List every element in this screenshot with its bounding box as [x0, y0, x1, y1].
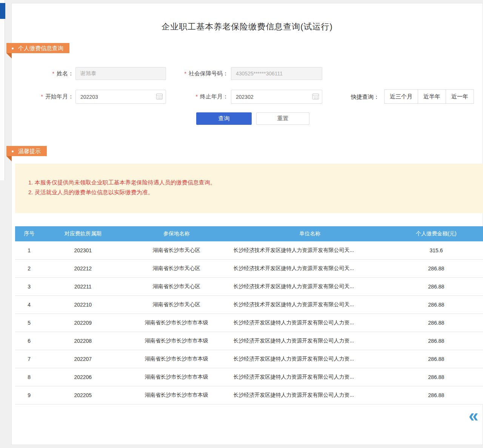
required-asterisk: *: [196, 94, 198, 100]
cell-period: 202211: [43, 278, 123, 296]
page-title: 企业职工基本养老保险缴费信息查询(试运行): [11, 21, 483, 32]
query-button[interactable]: 查询: [196, 112, 252, 125]
ssn-label-text: 社会保障号码：: [189, 70, 228, 77]
cell-period: 202207: [43, 350, 123, 368]
bullet-icon: [12, 48, 14, 49]
cell-index: 2: [15, 259, 43, 278]
cell-area: 湖南省长沙市天心区: [123, 259, 230, 278]
cell-area: 湖南省长沙市长沙市市本级: [123, 368, 230, 386]
header-index: 序号: [15, 226, 43, 241]
end-date-input[interactable]: [231, 90, 322, 104]
table-row: 7 202207 湖南省长沙市长沙市市本级 长沙经济开发区捷特人力资源开发有限公…: [15, 350, 483, 368]
header-company: 单位名称: [230, 226, 389, 241]
cell-amount: 286.88: [389, 368, 483, 386]
notice-box: 1. 本服务仅提供尚未领取企业职工基本养老保险待遇人员的缴费信息查询。 2. 灵…: [15, 164, 483, 213]
cell-index: 7: [15, 350, 43, 368]
cell-amount: 286.88: [389, 314, 483, 332]
payment-table: 序号 对应费款所属期 参保地名称 单位名称 个人缴费金额(元) 1 202301…: [15, 226, 483, 405]
sidebar-accent-block: [0, 3, 5, 19]
required-asterisk: *: [41, 94, 43, 100]
header-amount: 个人缴费金额(元): [389, 226, 483, 241]
table-row: 8 202206 湖南省长沙市长沙市市本级 长沙经济开发区捷特人力资源开发有限公…: [15, 368, 483, 386]
calendar-icon[interactable]: [156, 94, 163, 100]
table-header-row: 序号 对应费款所属期 参保地名称 单位名称 个人缴费金额(元): [15, 226, 483, 241]
required-asterisk: *: [185, 71, 186, 77]
cell-area: 湖南省长沙市天心区: [123, 296, 230, 314]
table-row: 2 202212 湖南省长沙市天心区 长沙经济技术开发区捷特人力资源开发有限公司…: [15, 259, 483, 278]
section-label-personal-query: 个人缴费信息查询: [18, 45, 63, 51]
cell-company: 长沙经济技术开发区捷特人力资源开发有限公司天...: [230, 241, 389, 259]
start-date-label-text: 开始年月：: [45, 93, 74, 100]
table-row: 4 202210 湖南省长沙市天心区 长沙经济技术开发区捷特人力资源开发有限公司…: [15, 296, 483, 314]
cell-area: 湖南省长沙市长沙市市本级: [123, 350, 230, 368]
cell-amount: 286.88: [389, 259, 483, 278]
start-date-label: *开始年月：: [32, 90, 74, 103]
start-date-input[interactable]: [75, 90, 166, 104]
calendar-icon[interactable]: [312, 94, 319, 100]
quick-one-year-button[interactable]: 近一年: [446, 89, 474, 104]
name-label: *姓名：: [36, 67, 74, 80]
cell-index: 1: [15, 241, 43, 259]
table-row: 3 202211 湖南省长沙市天心区 长沙经济技术开发区捷特人力资源开发有限公司…: [15, 278, 483, 296]
table-row: 1 202301 湖南省长沙市天心区 长沙经济技术开发区捷特人力资源开发有限公司…: [15, 241, 483, 259]
header-area: 参保地名称: [123, 226, 230, 241]
table-row: 5 202209 湖南省长沙市长沙市市本级 长沙经济开发区捷特人力资源开发有限公…: [15, 314, 483, 332]
start-date-field: [75, 90, 166, 104]
end-date-label: *终止年月：: [170, 90, 228, 103]
cell-amount: 286.88: [389, 386, 483, 404]
cell-company: 长沙经济技术开发区捷特人力资源开发有限公司天...: [230, 278, 389, 296]
cell-amount: 286.88: [389, 278, 483, 296]
cell-company: 长沙经济技术开发区捷特人力资源开发有限公司天...: [230, 259, 389, 278]
cell-period: 202212: [43, 259, 123, 278]
table-row: 6 202208 湖南省长沙市长沙市市本级 长沙经济开发区捷特人力资源开发有限公…: [15, 332, 483, 350]
ssn-input[interactable]: [231, 67, 322, 80]
cell-company: 长沙经济开发区捷特人力资源开发有限公司人力资...: [230, 332, 389, 350]
page: 企业职工基本养老保险缴费信息查询(试运行) 个人缴费信息查询 *姓名： *社会保…: [0, 0, 483, 448]
end-date-label-text: 终止年月：: [200, 93, 228, 100]
cell-index: 3: [15, 278, 43, 296]
reset-button[interactable]: 重置: [256, 112, 309, 125]
cell-index: 4: [15, 296, 43, 314]
cell-amount: 315.6: [389, 241, 483, 259]
cell-amount: 286.88: [389, 350, 483, 368]
quick-half-year-button[interactable]: 近半年: [418, 89, 446, 104]
end-date-field: [231, 90, 322, 104]
cell-amount: 286.88: [389, 332, 483, 350]
cell-company: 长沙经济开发区捷特人力资源开发有限公司人力资...: [230, 314, 389, 332]
cell-area: 湖南省长沙市天心区: [123, 241, 230, 259]
collapsed-sidebar: [0, 0, 5, 180]
cell-company: 长沙经济技术开发区捷特人力资源开发有限公司天...: [230, 296, 389, 314]
bullet-icon: [12, 150, 14, 152]
header-period: 对应费款所属期: [43, 226, 123, 241]
collapse-chevron-icon[interactable]: «: [469, 406, 478, 424]
cell-company: 长沙经济开发区捷特人力资源开发有限公司人力资...: [230, 368, 389, 386]
notice-line: 1. 本服务仅提供尚未领取企业职工基本养老保险待遇人员的缴费信息查询。: [28, 178, 483, 187]
cell-index: 6: [15, 332, 43, 350]
section-ribbon-personal-query: 个人缴费信息查询: [6, 43, 69, 53]
cell-period: 202206: [43, 368, 123, 386]
quick-query-label: 快捷查询：: [351, 90, 381, 104]
quick-last-3-months-button[interactable]: 近三个月: [384, 89, 418, 104]
cell-area: 湖南省长沙市长沙市市本级: [123, 386, 230, 404]
name-input[interactable]: [75, 67, 166, 80]
cell-period: 202209: [43, 314, 123, 332]
cell-period: 202208: [43, 332, 123, 350]
cell-index: 9: [15, 386, 43, 404]
section-ribbon-tips: 温馨提示: [6, 146, 47, 156]
cell-index: 5: [15, 314, 43, 332]
cell-area: 湖南省长沙市天心区: [123, 278, 230, 296]
required-asterisk: *: [52, 71, 54, 77]
notice-line: 2. 灵活就业人员的缴费单位信息以实际缴费为准。: [28, 187, 483, 197]
quick-query-group: 近三个月 近半年 近一年: [384, 89, 474, 104]
cell-period: 202205: [43, 386, 123, 404]
cell-period: 202301: [43, 241, 123, 259]
cell-company: 长沙经济开发区捷特人力资源开发有限公司人力资...: [230, 350, 389, 368]
cell-company: 长沙经济开发区捷特人力资源开发有限公司人力资...: [230, 386, 389, 404]
cell-index: 8: [15, 368, 43, 386]
cell-area: 湖南省长沙市长沙市市本级: [123, 314, 230, 332]
ssn-label: *社会保障号码：: [170, 67, 228, 80]
table-row: 9 202205 湖南省长沙市长沙市市本级 长沙经济开发区捷特人力资源开发有限公…: [15, 386, 483, 404]
cell-area: 湖南省长沙市长沙市市本级: [123, 332, 230, 350]
cell-amount: 286.88: [389, 296, 483, 314]
cell-period: 202210: [43, 296, 123, 314]
